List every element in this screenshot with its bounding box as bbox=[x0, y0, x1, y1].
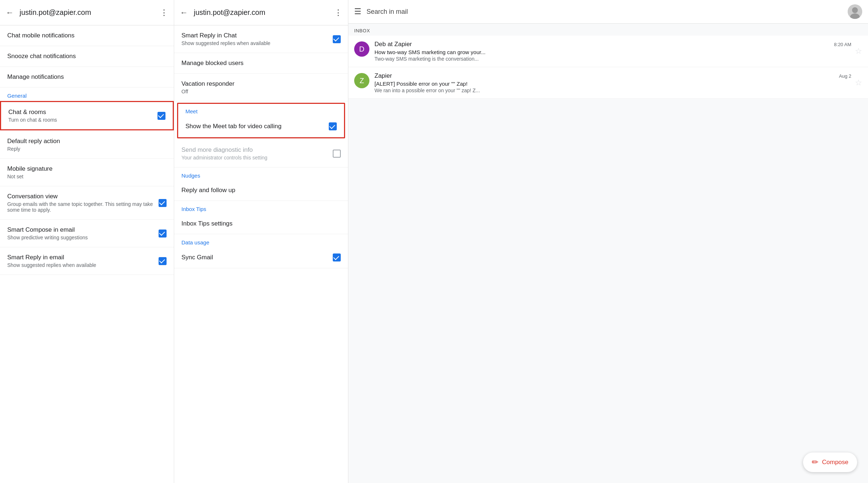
settings-item-send-more-diagnostic-info[interactable]: Send more diagnostic infoYour administra… bbox=[174, 140, 348, 167]
settings-item-title: Chat mobile notifications bbox=[7, 32, 167, 39]
settings-item-text: Send more diagnostic infoYour administra… bbox=[181, 146, 333, 161]
settings-item-title: Default reply action bbox=[7, 138, 167, 145]
settings-item-title: Mobile signature bbox=[7, 165, 167, 172]
settings-item-text: Vacation responderOff bbox=[181, 80, 341, 94]
settings-item-inbox-tips-settings[interactable]: Inbox Tips settings bbox=[174, 214, 348, 234]
right-panel: ☰ Search in mail INBOX DDeb at Zapier8:2… bbox=[348, 0, 868, 483]
settings-item-manage-blocked-users[interactable]: Manage blocked users bbox=[174, 53, 348, 74]
email-top-row: ZapierAug 2 bbox=[374, 72, 851, 80]
settings-item-title: Smart Reply in Chat bbox=[181, 32, 333, 39]
settings-item-text: Mobile signatureNot set bbox=[7, 165, 167, 179]
checkbox[interactable] bbox=[333, 253, 341, 261]
settings-item-smart-compose-in-email[interactable]: Smart Compose in emailShow predictive wr… bbox=[0, 220, 174, 247]
middle-panel-header: ← justin.pot@zapier.com ⋮ bbox=[174, 0, 348, 25]
middle-more-icon[interactable]: ⋮ bbox=[334, 8, 342, 17]
middle-panel: ← justin.pot@zapier.com ⋮ Smart Reply in… bbox=[174, 0, 348, 483]
inbox-label: INBOX bbox=[348, 24, 868, 36]
email-sender: Zapier bbox=[374, 72, 392, 80]
star-icon[interactable]: ☆ bbox=[855, 46, 862, 56]
email-item[interactable]: DDeb at Zapier8:20 AMHow two-way SMS mar… bbox=[348, 36, 868, 67]
settings-item-subtitle: Your administrator controls this setting bbox=[181, 155, 333, 161]
settings-item-title: Manage blocked users bbox=[181, 60, 341, 67]
settings-item-smart-reply-in-email[interactable]: Smart Reply in emailShow suggested repli… bbox=[0, 247, 174, 275]
settings-item-title: Smart Compose in email bbox=[7, 226, 159, 234]
email-preview: We ran into a possible error on your "" … bbox=[374, 88, 851, 93]
settings-item-manage-notifications[interactable]: Manage notifications bbox=[0, 67, 174, 88]
settings-item-chat-mobile-notifications[interactable]: Chat mobile notifications bbox=[0, 25, 174, 46]
settings-item-show-the-meet-tab-for-video-calling[interactable]: Show the Meet tab for video calling bbox=[178, 116, 344, 137]
email-item[interactable]: ZZapierAug 2[ALERT] Possible error on yo… bbox=[348, 67, 868, 99]
settings-item-subtitle: Show predictive writing suggestions bbox=[7, 235, 159, 240]
settings-item-vacation-responder[interactable]: Vacation responderOff bbox=[174, 74, 348, 101]
settings-item-title: Smart Reply in email bbox=[7, 254, 159, 261]
email-time: 8:20 AM bbox=[834, 42, 851, 47]
section-label-inbox-tips: Inbox Tips bbox=[174, 201, 348, 214]
settings-item-title: Sync Gmail bbox=[181, 254, 333, 261]
settings-item-text: Sync Gmail bbox=[181, 254, 333, 261]
settings-item-snooze-chat-notifications[interactable]: Snooze chat notifications bbox=[0, 46, 174, 67]
settings-item-text: Manage notifications bbox=[7, 73, 167, 81]
settings-item-text: Reply and follow up bbox=[181, 187, 341, 194]
compose-button[interactable]: ✏ Compose bbox=[803, 452, 857, 472]
checkbox[interactable] bbox=[333, 35, 341, 43]
section-label-meet: Meet bbox=[178, 104, 344, 116]
email-top-row: Deb at Zapier8:20 AM bbox=[374, 41, 851, 48]
settings-item-chat--rooms[interactable]: Chat & roomsTurn on chat & rooms bbox=[0, 101, 174, 130]
section-label-nudges: Nudges bbox=[174, 167, 348, 180]
checkbox[interactable] bbox=[159, 230, 167, 238]
email-sender: Deb at Zapier bbox=[374, 41, 412, 48]
settings-item-text: Chat mobile notifications bbox=[7, 32, 167, 39]
settings-item-title: Show the Meet tab for video calling bbox=[185, 123, 329, 130]
settings-item-subtitle: Group emails with the same topic togethe… bbox=[7, 201, 159, 213]
search-bar[interactable]: Search in mail bbox=[367, 8, 848, 16]
email-subject: [ALERT] Possible error on your "" Zap! bbox=[374, 81, 851, 87]
settings-item-conversation-view[interactable]: Conversation viewGroup emails with the s… bbox=[0, 186, 174, 220]
section-label-general: General bbox=[0, 88, 174, 100]
settings-item-title: Send more diagnostic info bbox=[181, 146, 333, 154]
email-preview: Two-way SMS marketing is the conversatio… bbox=[374, 56, 851, 62]
settings-item-text: Manage blocked users bbox=[181, 60, 341, 67]
email-list: DDeb at Zapier8:20 AMHow two-way SMS mar… bbox=[348, 36, 868, 483]
left-panel-content: Chat mobile notificationsSnooze chat not… bbox=[0, 25, 174, 483]
settings-item-text: Chat & roomsTurn on chat & rooms bbox=[8, 109, 157, 123]
right-wrapper: INBOX DDeb at Zapier8:20 AMHow two-way S… bbox=[348, 24, 868, 483]
settings-item-text: Inbox Tips settings bbox=[181, 220, 341, 227]
settings-item-text: Snooze chat notifications bbox=[7, 53, 167, 60]
settings-item-sync-gmail[interactable]: Sync Gmail bbox=[174, 247, 348, 268]
settings-item-subtitle: Not set bbox=[7, 174, 167, 179]
settings-item-subtitle: Show suggested replies when available bbox=[181, 40, 333, 46]
middle-panel-email: justin.pot@zapier.com bbox=[194, 8, 334, 17]
checkbox[interactable] bbox=[157, 112, 165, 120]
settings-item-mobile-signature[interactable]: Mobile signatureNot set bbox=[0, 159, 174, 186]
settings-item-smart-reply-in-chat[interactable]: Smart Reply in ChatShow suggested replie… bbox=[174, 25, 348, 53]
settings-item-reply-and-follow-up[interactable]: Reply and follow up bbox=[174, 180, 348, 201]
hamburger-icon[interactable]: ☰ bbox=[354, 7, 361, 16]
settings-item-text: Smart Reply in emailShow suggested repli… bbox=[7, 254, 159, 268]
settings-item-title: Inbox Tips settings bbox=[181, 220, 341, 227]
right-header: ☰ Search in mail bbox=[348, 0, 868, 24]
email-content: Deb at Zapier8:20 AMHow two-way SMS mark… bbox=[374, 41, 851, 62]
checkbox[interactable] bbox=[329, 122, 337, 130]
left-panel-header: ← justin.pot@zapier.com ⋮ bbox=[0, 0, 174, 25]
settings-item-title: Manage notifications bbox=[7, 73, 167, 81]
star-icon[interactable]: ☆ bbox=[855, 78, 862, 88]
middle-back-icon[interactable]: ← bbox=[180, 8, 188, 17]
settings-item-default-reply-action[interactable]: Default reply actionReply bbox=[0, 131, 174, 159]
checkbox[interactable] bbox=[159, 199, 167, 207]
settings-item-title: Chat & rooms bbox=[8, 109, 157, 116]
settings-item-text: Show the Meet tab for video calling bbox=[185, 123, 329, 130]
left-back-icon[interactable]: ← bbox=[6, 8, 14, 17]
settings-item-text: Smart Reply in ChatShow suggested replie… bbox=[181, 32, 333, 46]
left-more-icon[interactable]: ⋮ bbox=[160, 8, 168, 17]
left-panel: ← justin.pot@zapier.com ⋮ Chat mobile no… bbox=[0, 0, 174, 483]
middle-panel-content: Smart Reply in ChatShow suggested replie… bbox=[174, 25, 348, 268]
settings-item-subtitle: Show suggested replies when available bbox=[7, 262, 159, 268]
checkbox[interactable] bbox=[333, 150, 341, 158]
email-time: Aug 2 bbox=[839, 73, 851, 79]
email-subject: How two-way SMS marketing can grow your.… bbox=[374, 49, 851, 55]
compose-label: Compose bbox=[822, 459, 848, 466]
user-avatar[interactable] bbox=[848, 4, 862, 19]
checkbox[interactable] bbox=[159, 257, 167, 265]
settings-item-title: Vacation responder bbox=[181, 80, 341, 88]
meet-section-highlight: MeetShow the Meet tab for video calling bbox=[177, 103, 345, 138]
